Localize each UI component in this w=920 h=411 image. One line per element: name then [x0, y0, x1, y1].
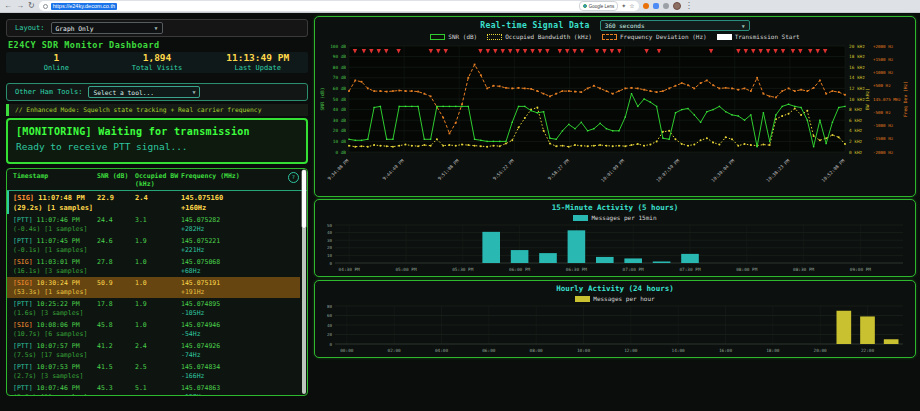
legend-item[interactable]: Occupied Bandwidth (kHz)	[487, 33, 592, 40]
svg-text:90 dB: 90 dB	[333, 54, 347, 59]
table-scrollbar[interactable]	[302, 170, 306, 394]
hourly-title: Hourly Activity (24 hours)	[315, 281, 915, 293]
stat-last-update: 11:13:49 PM Last Update	[207, 53, 308, 72]
time-range-select[interactable]: 360 seconds ▼	[600, 20, 750, 31]
svg-text:-2000 Hz: -2000 Hz	[873, 150, 894, 155]
svg-text:07:00 PM: 07:00 PM	[623, 267, 645, 272]
search-labs-icon[interactable]: ✦	[621, 2, 626, 10]
legend-swatch	[602, 34, 617, 40]
tools-bar: Other Ham Tools: Select a tool... ▼	[6, 83, 308, 101]
menu-icon[interactable]: ⋮	[685, 1, 693, 11]
extension-icon-gray[interactable]	[663, 3, 669, 9]
table-row[interactable]: [PTT] 10:07:53 PM(2.7s) [3 samples]41.52…	[7, 361, 300, 382]
activity15-chart[interactable]: 0102030405004:30 PM05:00 PM05:30 PM06:00…	[317, 221, 913, 275]
svg-text:4 kHz: 4 kHz	[849, 128, 863, 133]
table-row[interactable]: [SIG] 11:07:48 PM(29.2s) [1 samples]22.9…	[7, 191, 300, 214]
svg-text:9:44:40 PM: 9:44:40 PM	[382, 158, 405, 181]
svg-text:04:30 PM: 04:30 PM	[339, 267, 361, 272]
svg-text:Freq Dev (Hz): Freq Dev (Hz)	[903, 81, 908, 117]
legend-item[interactable]: SNR (dB)	[430, 33, 477, 40]
site-info-icon[interactable]	[43, 4, 48, 9]
url-text[interactable]: https://e24ky.decom.co.th	[51, 3, 117, 10]
table-row[interactable]: [SIG] 10:30:24 PM(53.3s) [1 samples]50.9…	[7, 277, 300, 298]
svg-text:50 dB: 50 dB	[333, 97, 347, 102]
tools-label: Other Ham Tools:	[15, 88, 82, 96]
legend-swatch	[487, 34, 502, 40]
signal-table-panel: Timestamp SNR (dB) Occupied BW (kHz) Fre…	[6, 168, 308, 396]
realtime-legend: SNR (dB)Occupied Bandwidth (kHz)Frequenc…	[315, 33, 915, 40]
svg-text:10:07:50 PM: 10:07:50 PM	[655, 158, 680, 183]
svg-text:40: 40	[327, 323, 333, 328]
table-row[interactable]: [PTT] 10:07:46 PM(5.6s) [11 samples]45.3…	[7, 382, 300, 395]
svg-text:07:30 PM: 07:30 PM	[679, 267, 701, 272]
teal-swatch	[573, 215, 588, 221]
svg-text:-1000 Hz: -1000 Hz	[873, 123, 894, 128]
svg-text:06:30 PM: 06:30 PM	[566, 267, 588, 272]
table-row[interactable]: [PTT] 10:25:22 PM(1.6s) [3 samples]17.81…	[7, 298, 300, 319]
svg-text:30: 30	[327, 238, 333, 243]
table-row[interactable]: [PTT] 10:07:57 PM(7.5s) [17 samples]41.2…	[7, 340, 300, 361]
scrollbar-thumb[interactable]	[302, 170, 306, 228]
extension-icon-orange[interactable]	[643, 3, 649, 9]
table-row[interactable]: [SIG] 10:08:06 PM(10.7s) [6 samples]45.8…	[7, 319, 300, 340]
realtime-chart[interactable]: 100 dB90 dB80 dB70 dB60 dB50 dB40 dB30 d…	[317, 40, 913, 195]
legend-item[interactable]: Transmission Start	[717, 33, 800, 40]
svg-text:100 dB: 100 dB	[330, 44, 346, 49]
address-bar[interactable]: https://e24ky.decom.co.th Google Lens ✦ …	[39, 1, 639, 11]
stat-total-visits: 1,894 Total Visits	[107, 53, 208, 72]
svg-text:70 dB: 70 dB	[333, 75, 347, 80]
svg-text:02:00: 02:00	[388, 348, 402, 353]
back-icon[interactable]: ←	[4, 1, 12, 11]
svg-text:0 kHz: 0 kHz	[849, 150, 863, 155]
svg-text:+500 Hz: +500 Hz	[873, 83, 891, 88]
help-icon[interactable]: ?	[288, 172, 299, 183]
svg-text:6 kHz: 6 kHz	[849, 118, 863, 123]
monitor-status: [MONITORING] Waiting for transmission	[16, 126, 298, 137]
extension-icon-blue[interactable]	[653, 3, 659, 9]
chevron-down-icon: ▼	[742, 23, 745, 29]
svg-text:+2000 Hz: +2000 Hz	[873, 44, 894, 49]
svg-text:9:58:27 PM: 9:58:27 PM	[547, 158, 570, 181]
svg-text:40: 40	[327, 230, 333, 235]
svg-text:-500 Hz: -500 Hz	[873, 110, 891, 115]
enhanced-mode-note: // Enhanced Mode: Squelch state tracking…	[6, 104, 308, 116]
svg-text:10 kHz: 10 kHz	[849, 97, 865, 102]
hourly-panel: Hourly Activity (24 hours) Messages per …	[314, 280, 916, 358]
legend-item[interactable]: Frequency Deviation (Hz)	[602, 33, 707, 40]
svg-text:60 dB: 60 dB	[333, 86, 347, 91]
svg-text:20 kHz: 20 kHz	[849, 44, 865, 49]
svg-text:12 kHz: 12 kHz	[849, 86, 865, 91]
table-row[interactable]: [PTT] 11:07:46 PM(-0.4s) [1 samples]24.4…	[7, 214, 300, 235]
svg-text:0: 0	[329, 261, 332, 266]
svg-text:10:52:08 PM: 10:52:08 PM	[821, 158, 846, 183]
screen: ← → ↻ https://e24ky.decom.co.th Google L…	[0, 0, 920, 411]
google-lens-button[interactable]: Google Lens	[579, 1, 619, 11]
svg-text:06:00 PM: 06:00 PM	[509, 267, 531, 272]
svg-text:14:00: 14:00	[672, 348, 686, 353]
forward-icon[interactable]: →	[16, 1, 24, 11]
table-row[interactable]: [SIG] 11:03:01 PM(16.1s) [3 samples]27.8…	[7, 256, 300, 277]
svg-text:10 dB: 10 dB	[333, 139, 347, 144]
svg-text:9:51:08 PM: 9:51:08 PM	[437, 158, 460, 181]
tools-select[interactable]: Select a tool... ▼	[88, 86, 200, 98]
svg-text:SNR (dB): SNR (dB)	[320, 87, 325, 110]
svg-text:16 kHz: 16 kHz	[849, 65, 865, 70]
reload-icon[interactable]: ↻	[28, 1, 35, 11]
svg-text:00:00: 00:00	[340, 348, 354, 353]
monitor-panel: [MONITORING] Waiting for transmission Re…	[6, 118, 308, 164]
svg-text:10:30:04 PM: 10:30:04 PM	[710, 158, 735, 183]
table-row[interactable]: [PTT] 11:07:45 PM(-0.1s) [1 samples]24.6…	[7, 235, 300, 256]
hourly-chart[interactable]: 02040608000:0002:0004:0006:0008:0010:001…	[317, 302, 913, 356]
svg-text:08:00: 08:00	[530, 348, 544, 353]
svg-text:18 kHz: 18 kHz	[849, 54, 865, 59]
svg-text:05:00 PM: 05:00 PM	[395, 267, 417, 272]
bookmark-star-icon[interactable]: ☆	[629, 2, 634, 10]
layout-select[interactable]: Graph Only ▼	[51, 22, 163, 34]
svg-text:04:00: 04:00	[435, 348, 449, 353]
profile-avatar[interactable]	[673, 2, 681, 10]
realtime-title-row: Real-time Signal Data 360 seconds ▼	[315, 17, 915, 31]
svg-text:22:00: 22:00	[861, 348, 875, 353]
svg-text:05:30 PM: 05:30 PM	[452, 267, 474, 272]
svg-text:20: 20	[327, 245, 333, 250]
svg-text:09:00 PM: 09:00 PM	[850, 267, 872, 272]
